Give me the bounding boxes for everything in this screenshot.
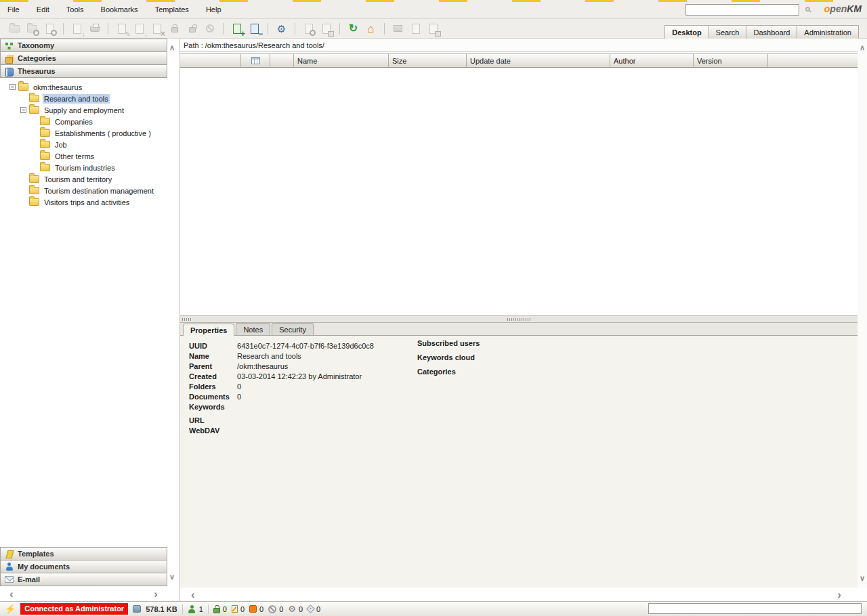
collapse-icon[interactable]: [9, 84, 16, 90]
tree-node-job[interactable]: Job: [0, 139, 167, 150]
tab-administration[interactable]: Administration: [797, 25, 859, 39]
delete-icon[interactable]: [203, 22, 216, 35]
tab-dashboard[interactable]: Dashboard: [746, 25, 797, 39]
properties-panel: UUID 6431e0c7-1274-4c07-b7f6-f3e139d6c0c…: [180, 336, 858, 588]
convert-icon[interactable]: [409, 22, 422, 35]
splitter-grip-icon[interactable]: [182, 318, 192, 321]
download-icon[interactable]: [70, 22, 83, 35]
menu-bookmarks[interactable]: Bookmarks: [93, 0, 146, 14]
omr-icon[interactable]: [427, 22, 440, 35]
tree-node-okm-thesaurus[interactable]: okm:thesaurus: [0, 81, 167, 93]
tab-desktop[interactable]: Desktop: [664, 25, 709, 39]
main-vertical-scrollbar[interactable]: [858, 39, 867, 588]
checkout-icon[interactable]: [115, 22, 128, 35]
scroll-down-icon[interactable]: [860, 575, 865, 582]
start-workflow-icon[interactable]: [275, 22, 288, 35]
menu-file[interactable]: File: [0, 0, 27, 14]
sidebar-item-categories[interactable]: Categories: [0, 51, 167, 65]
sidebar-horizontal-scrollbar[interactable]: [0, 586, 167, 601]
toolbar-separator: [63, 23, 64, 35]
checkin-icon[interactable]: [133, 22, 146, 35]
tab-security[interactable]: Security: [272, 323, 314, 335]
tree-node-establishments[interactable]: Establishments ( productive ): [0, 127, 167, 139]
print-icon[interactable]: [88, 22, 101, 35]
tree-node-research-and-tools[interactable]: Research and tools: [0, 93, 167, 104]
tree-node-other-terms[interactable]: Other terms: [0, 150, 167, 162]
sidebar-item-email[interactable]: E-mail: [0, 573, 167, 586]
view-tabbar: Desktop Search Dashboard Administration: [665, 25, 859, 39]
scroll-up-icon[interactable]: [860, 44, 865, 51]
properties-sections: Subscribed users Keywords cloud Categori…: [417, 339, 480, 382]
main-horizontal-scrollbar[interactable]: [180, 588, 858, 601]
scroll-left-icon[interactable]: [9, 588, 14, 600]
property-label: URL: [189, 416, 235, 426]
remove-property-group-icon[interactable]: [248, 22, 261, 35]
find-metadata-icon[interactable]: [320, 22, 333, 35]
quick-search-input[interactable]: [685, 4, 799, 16]
tab-notes[interactable]: Notes: [236, 323, 270, 335]
unlock-icon[interactable]: [186, 22, 198, 35]
sidebar-item-taxonomy[interactable]: Taxonomy: [0, 39, 167, 52]
sidebar-item-templates[interactable]: Templates: [0, 547, 167, 560]
find-folder-icon[interactable]: [26, 22, 39, 35]
search-icon: [805, 7, 810, 12]
property-label: UUID: [189, 341, 235, 351]
top-stripe-decoration: [0, 0, 867, 2]
tree-node-label: Tourism destination management: [43, 186, 155, 196]
tab-properties[interactable]: Properties: [183, 324, 234, 336]
menu-templates[interactable]: Templates: [148, 0, 196, 14]
scroll-left-icon[interactable]: [191, 589, 195, 600]
find-document-icon[interactable]: [43, 22, 56, 35]
tree-node-supply-and-employment[interactable]: Supply and employment: [0, 104, 167, 116]
horizontal-splitter[interactable]: [180, 315, 858, 323]
tree-node-tourism-and-territory[interactable]: Tourism and territory: [0, 173, 167, 185]
cancel-checkout-icon[interactable]: [150, 22, 163, 35]
column-version[interactable]: Version: [694, 53, 768, 68]
scroll-up-icon[interactable]: [169, 44, 175, 51]
tree-node-label: Job: [54, 140, 68, 150]
splitter-grip-icon[interactable]: [507, 318, 530, 321]
counter-value: 0: [316, 605, 320, 613]
logo-text-open: open: [824, 3, 847, 14]
add-property-group-icon[interactable]: [230, 22, 243, 35]
column-mime-type[interactable]: [241, 53, 270, 68]
file-table-body[interactable]: [180, 68, 858, 315]
find-similar-document-icon[interactable]: [302, 22, 315, 35]
folder-icon: [40, 164, 50, 171]
repository-size-icon: [133, 605, 141, 613]
folder-icon: [40, 118, 50, 125]
toolbar-separator: [268, 23, 268, 35]
scroll-down-icon[interactable]: [169, 573, 175, 581]
scroll-right-icon[interactable]: [837, 589, 841, 600]
tree-node-tourism-destination-management[interactable]: Tourism destination management: [0, 185, 167, 196]
tree-node-visitors-trips-and-activities[interactable]: Visitors trips and activities: [0, 196, 167, 208]
column-extra[interactable]: [768, 53, 858, 68]
column-update-date[interactable]: Update date: [467, 53, 610, 68]
tab-search[interactable]: Search: [709, 25, 747, 39]
thesaurus-icon: [5, 67, 14, 76]
openkm-logo: openKM: [824, 3, 862, 14]
home-icon[interactable]: [364, 22, 377, 35]
property-label: Folders: [189, 382, 235, 392]
collapse-icon[interactable]: [20, 107, 26, 113]
create-folder-icon[interactable]: [8, 22, 21, 35]
tree-node-companies[interactable]: Companies: [0, 116, 167, 127]
column-name[interactable]: Name: [294, 53, 389, 68]
menu-edit[interactable]: Edit: [29, 0, 57, 14]
menu-help[interactable]: Help: [198, 0, 229, 14]
scroll-right-icon[interactable]: [154, 588, 158, 600]
column-status[interactable]: [180, 53, 241, 68]
folder-icon: [29, 187, 39, 194]
lock-icon[interactable]: [168, 22, 181, 35]
column-author[interactable]: Author: [610, 53, 694, 68]
sidebar-item-my-documents[interactable]: My documents: [0, 560, 167, 573]
sidebar-item-thesaurus[interactable]: Thesaurus: [0, 64, 167, 78]
tree-node-tourism-industries[interactable]: Tourism industries: [0, 162, 167, 173]
column-size[interactable]: Size: [389, 53, 467, 68]
menu-tools[interactable]: Tools: [59, 0, 91, 14]
sidebar-vertical-scrollbar[interactable]: [167, 39, 177, 586]
refresh-icon[interactable]: [347, 22, 360, 35]
column-massive-selection[interactable]: [270, 53, 294, 68]
status-bar-input[interactable]: [648, 603, 862, 614]
export-icon[interactable]: [392, 22, 404, 35]
